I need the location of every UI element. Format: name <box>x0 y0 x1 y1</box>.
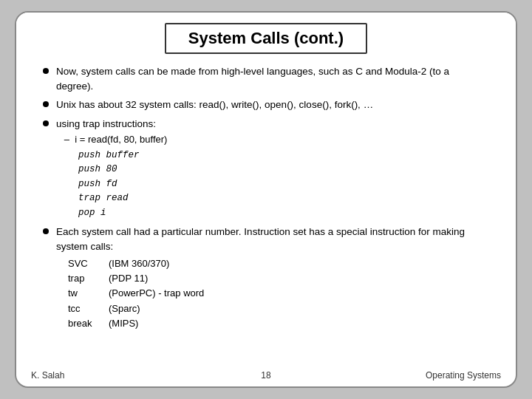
code-line: trap read <box>78 191 489 205</box>
bullet-dot <box>43 228 49 234</box>
list-item: Each system call had a particular number… <box>43 225 489 331</box>
svc-desc: (Sparc) <box>109 301 140 316</box>
bullet-text: Unix has about 32 system calls: read(), … <box>56 98 489 112</box>
list-item: using trap instructions: – i = read(fd, … <box>43 117 489 220</box>
title-bar: System Calls (cont.) <box>16 13 516 61</box>
bullet-dot <box>43 101 49 107</box>
svc-desc: (MIPS) <box>109 316 138 331</box>
svc-row: tw (PowerPC) - trap word <box>68 286 489 301</box>
code-line: push fd <box>78 177 489 191</box>
slide-title: System Calls (cont.) <box>165 23 367 54</box>
bullet-text: Each system call had a particular number… <box>56 225 489 331</box>
code-line: push buffer <box>78 149 489 163</box>
svc-cmd: tw <box>68 286 109 301</box>
footer-author: K. Salah <box>31 370 188 381</box>
svc-cmd: SVC <box>68 256 109 271</box>
list-item: Now, system calls can be made from high-… <box>43 64 489 93</box>
code-line: pop i <box>78 206 489 220</box>
slide: System Calls (cont.) Now, system calls c… <box>15 11 517 388</box>
svc-desc: (IBM 360/370) <box>109 256 169 271</box>
svc-cmd: break <box>68 316 109 331</box>
sub-item-dash: – i = read(fd, 80, buffer) <box>56 133 489 147</box>
bullet-dot <box>43 120 49 126</box>
svc-desc: (PDP 11) <box>109 271 148 286</box>
svc-row: tcc (Sparc) <box>68 301 489 316</box>
code-line: push 80 <box>78 163 489 177</box>
slide-content: Now, system calls can be made from high-… <box>16 61 516 366</box>
svc-row: break (MIPS) <box>68 316 489 331</box>
bullet-dot <box>43 68 49 74</box>
code-block: push buffer push 80 push fd trap read po… <box>78 149 489 220</box>
svc-table: SVC (IBM 360/370) trap (PDP 11) tw (Powe… <box>68 256 489 331</box>
list-item: Unix has about 32 system calls: read(), … <box>43 98 489 112</box>
bullet-text: using trap instructions: – i = read(fd, … <box>56 117 489 220</box>
bullet-list: Now, system calls can be made from high-… <box>43 64 489 331</box>
svc-row: trap (PDP 11) <box>68 271 489 286</box>
footer-page-number: 18 <box>188 370 344 381</box>
slide-footer: K. Salah 18 Operating Systems <box>16 366 516 386</box>
footer-course: Operating Systems <box>344 370 501 381</box>
bullet-text: Now, system calls can be made from high-… <box>56 64 489 93</box>
svc-row: SVC (IBM 360/370) <box>68 256 489 271</box>
dash-text: i = read(fd, 80, buffer) <box>75 134 167 145</box>
svc-cmd: tcc <box>68 301 109 316</box>
svc-desc: (PowerPC) - trap word <box>109 286 204 301</box>
svc-cmd: trap <box>68 271 109 286</box>
